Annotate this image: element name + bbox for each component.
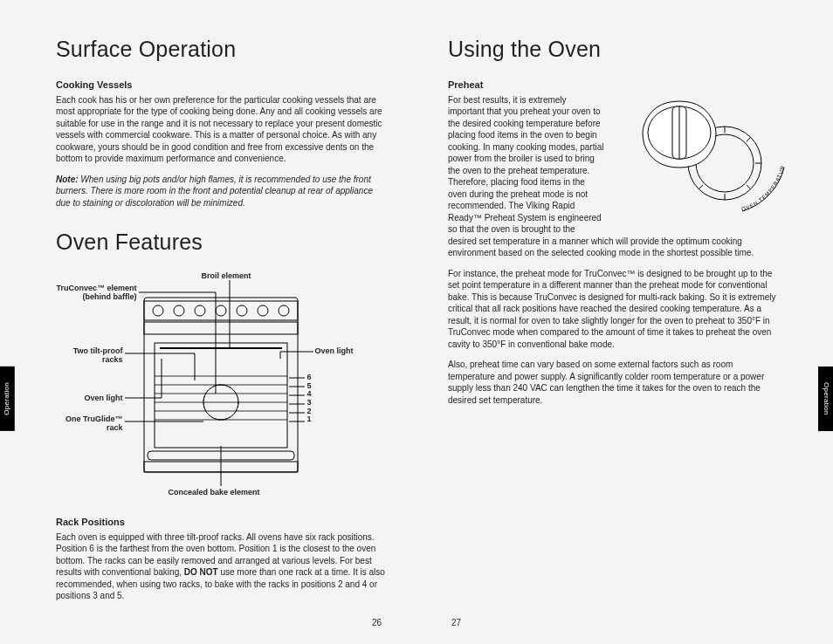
paragraph-preheat-3: Also, preheat time can vary based on som…: [448, 359, 777, 406]
svg-rect-9: [144, 322, 298, 334]
svg-point-2: [153, 305, 163, 316]
paragraph-rack-positions: Each oven is equipped with three tilt-pr…: [56, 531, 385, 602]
oven-diagram: Broil element TruConvec™ element (behind…: [64, 271, 378, 507]
paragraph-preheat-2: For instance, the preheat mode for TruCo…: [448, 268, 777, 351]
do-not-bold: DO NOT: [184, 567, 218, 577]
knob-diagram: OVEN TEMPERATURE: [611, 89, 786, 229]
note-body: When using big pots and/or high flames, …: [56, 175, 373, 208]
subheading-rack-positions: Rack Positions: [56, 516, 385, 529]
svg-line-45: [699, 185, 703, 189]
oven-svg: [64, 271, 378, 507]
page-number-left: 26: [372, 617, 382, 629]
svg-rect-1: [144, 301, 298, 320]
paragraph-cooking-vessels: Each cook has his or her own preference …: [56, 94, 385, 165]
page-right: Using the Oven Preheat: [416, 0, 833, 644]
svg-point-3: [174, 305, 184, 316]
page-left: Surface Operation Cooking Vessels Each c…: [0, 0, 416, 644]
heading-using-the-oven: Using the Oven: [448, 35, 777, 65]
heading-oven-features: Oven Features: [56, 228, 385, 257]
heading-surface-operation: Surface Operation: [56, 35, 385, 65]
svg-point-7: [258, 305, 268, 316]
svg-point-8: [279, 305, 289, 316]
svg-point-4: [195, 305, 205, 316]
note-big-pots: Note: When using big pots and/or high fl…: [56, 174, 385, 209]
note-label: Note:: [56, 175, 79, 184]
svg-rect-10: [155, 343, 287, 448]
svg-line-41: [747, 137, 751, 141]
svg-line-43: [747, 185, 751, 189]
subheading-cooking-vessels: Cooking Vessels: [56, 79, 385, 92]
svg-point-6: [237, 305, 247, 316]
svg-point-5: [216, 305, 226, 316]
page-spread: Surface Operation Cooking Vessels Each c…: [0, 0, 833, 644]
page-number-right: 27: [451, 617, 461, 629]
